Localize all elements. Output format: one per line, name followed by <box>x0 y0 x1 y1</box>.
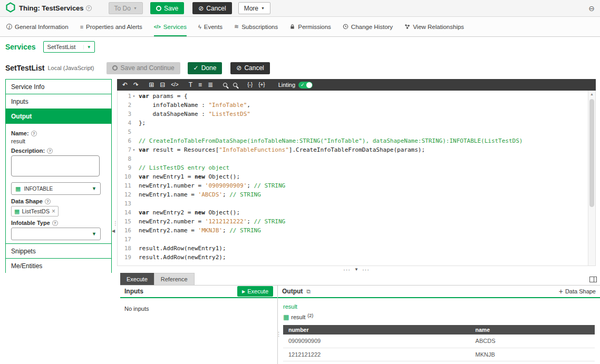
collapse-header-icon[interactable]: ⊖ <box>588 4 595 13</box>
add-data-shape-button[interactable]: + Data Shape <box>559 287 596 296</box>
popout-icon[interactable]: ⧉ <box>306 288 311 295</box>
description-field[interactable] <box>11 155 100 176</box>
datashape-grid-icon: ▦ <box>14 208 20 215</box>
code-line: newEntry2.number = '1212121222'; // STRI… <box>139 217 595 226</box>
uncomment-icon[interactable]: ⊟ <box>160 82 165 88</box>
tab-services[interactable]: </> Services <box>154 17 187 36</box>
fold-toggle-icon[interactable]: ▾ <box>131 147 137 152</box>
cancel-label: Cancel <box>244 64 264 72</box>
tab-change-history[interactable]: Change History <box>343 17 393 36</box>
collapse-down-icon[interactable]: ▼ <box>354 267 359 272</box>
console-tab-bar: Execute Reference <box>120 273 600 285</box>
help-icon[interactable]: ? <box>47 148 53 154</box>
linting-toggle[interactable]: ✓ <box>298 82 313 88</box>
align-left-icon[interactable]: ≡ <box>198 82 202 88</box>
name-value: result <box>11 138 106 144</box>
check-icon: ✓ <box>301 82 305 88</box>
code-line <box>139 127 595 136</box>
save-and-continue-button[interactable]: Save and Continue <box>107 62 180 74</box>
cancel-icon: ⊘ <box>198 5 204 12</box>
tab-execute[interactable]: Execute <box>120 273 154 285</box>
done-button[interactable]: ✓ Done <box>188 62 222 74</box>
thingworx-logo[interactable] <box>5 2 16 14</box>
sidebar-item-service-info[interactable]: Service Info <box>6 79 111 94</box>
services-bar: Services SetTestList ▼ <box>0 37 600 57</box>
tab-subscriptions[interactable]: ≋ Subscriptions <box>234 17 278 36</box>
execute-button[interactable]: ▶ Execute <box>237 286 273 297</box>
format-text-icon[interactable]: T <box>189 82 192 88</box>
editor-console-splitter[interactable]: ··· ▼ ··· <box>117 266 596 273</box>
result-name[interactable]: result <box>283 303 297 310</box>
sidebar-item-me-entities[interactable]: Me/Entities <box>6 258 111 273</box>
data-shape-chip[interactable]: ▦ ListTestDS × <box>11 206 59 217</box>
todo-dropdown-button[interactable]: To Do ▼ <box>109 2 143 14</box>
editor-scrollbar[interactable]: ▲ ▼ <box>588 91 595 265</box>
layout-columns-icon[interactable] <box>589 277 597 282</box>
code-icon: </> <box>154 24 161 29</box>
relationships-icon <box>404 24 410 29</box>
data-shape-chip-label: ListTestDS <box>22 208 50 214</box>
service-select[interactable]: SetTestList ▼ <box>43 41 95 53</box>
line-number: 14 <box>118 208 137 217</box>
sidebar-item-snippets[interactable]: Snippets <box>6 243 111 258</box>
linting-label: Linting <box>278 82 295 88</box>
help-icon[interactable]: ? <box>86 5 92 11</box>
code-editor: ↶ ↷ ⊞ ⊟ </> T ≡ ≣ {-} {+} Linting ✓ 1▾23… <box>117 79 596 273</box>
search-replace-icon[interactable] <box>233 83 237 87</box>
help-icon[interactable]: ? <box>52 220 58 226</box>
sidebar-item-inputs[interactable]: Inputs <box>6 94 111 109</box>
base-type-select[interactable]: ▦ INFOTABLE ▼ <box>11 182 101 195</box>
scrollbar-thumb[interactable] <box>589 99 594 207</box>
more-dropdown-button[interactable]: More ▼ <box>238 2 270 14</box>
infotable-type-select[interactable]: ▼ <box>11 228 101 240</box>
code-line: var newEntry2 = new Object(); <box>139 208 595 217</box>
tab-reference[interactable]: Reference <box>154 273 195 285</box>
tab-label: Permissions <box>298 24 331 30</box>
comment-icon[interactable]: ⊞ <box>149 82 154 88</box>
editor-cancel-button[interactable]: ⊘ Cancel <box>230 62 269 74</box>
infotable-type-label-row: Infotable Type ? <box>11 220 106 226</box>
fold-toggle-icon[interactable]: ▾ <box>131 94 137 99</box>
tab-view-relationships[interactable]: View Relationships <box>404 17 464 36</box>
align-block-icon[interactable]: ≣ <box>208 82 213 88</box>
linting-control: Linting ✓ <box>278 82 313 88</box>
tab-properties-and-alerts[interactable]: ≡ Properties and Alerts <box>80 17 142 36</box>
fold-all-icon[interactable]: {-} <box>247 82 253 87</box>
collapse-left-icon[interactable]: ◀ <box>112 229 115 233</box>
remove-chip-icon[interactable]: × <box>52 208 55 215</box>
line-number: 5 <box>118 127 137 136</box>
help-icon[interactable]: ? <box>45 199 51 204</box>
tab-general-information[interactable]: i General Information <box>6 17 69 36</box>
tab-permissions[interactable]: Permissions <box>289 17 331 36</box>
redo-icon[interactable]: ↷ <box>133 82 139 88</box>
tab-label: General Information <box>15 24 69 30</box>
chevron-down-icon: ▼ <box>133 6 137 10</box>
inputs-panel-header: Inputs ▶ Execute <box>120 286 277 298</box>
result-table-body: 0909090909ABCDS1212121222MKNJB <box>283 335 595 361</box>
table-row[interactable]: 1212121222MKNJB <box>283 348 595 361</box>
save-button[interactable]: Save <box>150 2 184 14</box>
undo-icon[interactable]: ↶ <box>122 82 128 88</box>
result-tree-node[interactable]: ▦ result (2) <box>283 313 595 321</box>
unfold-all-icon[interactable]: {+} <box>258 82 265 87</box>
cancel-icon: ⊘ <box>236 65 241 71</box>
table-row[interactable]: 0909090909ABCDS <box>283 335 595 348</box>
code-line: newEntry2.name = 'MKNJB'; // STRING <box>139 226 595 235</box>
help-icon[interactable]: ? <box>31 131 37 136</box>
cancel-button[interactable]: ⊘ Cancel <box>192 2 231 14</box>
code-lines[interactable]: var params = { infoTableName : "InfoTabl… <box>137 91 595 265</box>
infotable-type-label: Infotable Type <box>11 220 50 226</box>
output-form: Name: ? result Description: ? ▦ INFOTABL… <box>6 123 111 243</box>
panel-drag-dots-icon[interactable]: ⋮ <box>276 331 282 338</box>
sidebar-item-output[interactable]: Output <box>6 109 111 123</box>
line-number: 11 <box>118 181 137 190</box>
scroll-up-icon[interactable]: ▲ <box>588 91 595 98</box>
service-editor-main: Service Info Inputs Output Name: ? resul… <box>0 79 600 273</box>
sidebar-resize-handle[interactable]: ⋮ ◀ <box>112 79 117 273</box>
search-icon[interactable] <box>223 83 227 87</box>
code-line: // ListTestDS entry object <box>139 163 595 172</box>
insert-code-icon[interactable]: </> <box>171 82 178 87</box>
save-label: Save <box>164 5 178 12</box>
tab-events[interactable]: ϟ Events <box>198 17 222 36</box>
code-area[interactable]: 1▾234567▾8910111213141516171819 var para… <box>117 91 596 266</box>
